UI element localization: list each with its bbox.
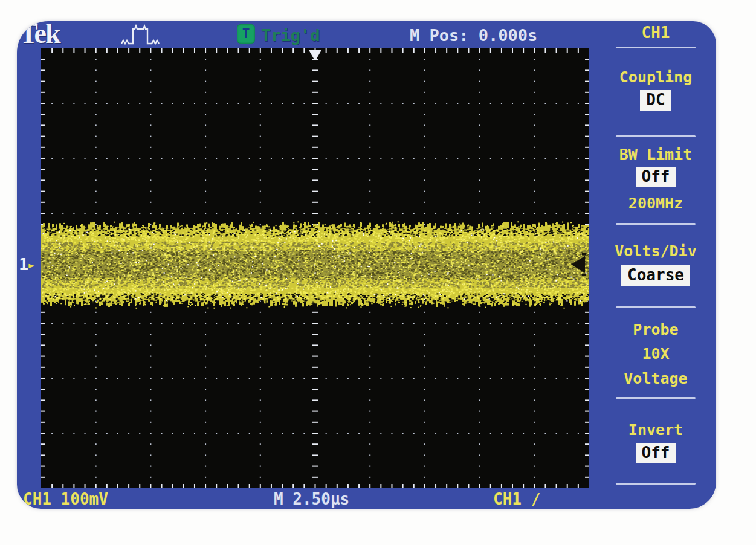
pulse-waveform-icon [120,24,175,51]
channel1-marker-arrow-icon: ► [28,259,35,271]
menu-divider [616,397,696,399]
channel1-position-marker: 1► [19,256,35,272]
trigger-readout: CH1 ∕ 0.00V [493,490,595,509]
menu-title-ch1: CH1 [595,24,716,42]
coupling-value-button[interactable]: DC [640,90,671,111]
menu-label-probe: Probe [595,321,716,338]
timebase-readout: M 2.50µs [274,490,349,508]
invert-value-button[interactable]: Off [636,443,676,463]
menu-divider [616,47,696,48]
menu-divider [616,223,696,225]
menu-label-bw-limit: BW Limit [595,146,716,163]
probe-measure-type[interactable]: Voltage [595,370,716,387]
waveform-display [41,48,589,488]
channel1-marker-number: 1 [19,255,28,274]
menu-label-volts-div: Volts/Div [595,242,716,260]
trigger-slope-icon: ∕ [531,490,541,508]
horizontal-position-readout: M Pos: 0.000s [410,26,537,45]
status-bar: CH1 100mV M 2.50µs CH1 ∕ 0.00V [17,489,595,509]
soft-menu-panel: CH1 Coupling DC BW Limit Off 200MHz Volt… [595,21,716,509]
tek-logo: Tek [19,21,59,50]
trigger-source: CH1 [493,490,522,508]
menu-detail-bandwidth: 200MHz [595,195,716,212]
channel1-scale-readout: CH1 100mV [23,490,108,508]
volts-div-value-button[interactable]: Coarse [621,265,690,286]
menu-divider [616,483,696,485]
trigger-status: Trig'd [261,26,320,45]
trigger-icon: T [237,24,255,44]
oscilloscope-bezel: Tek T Trig'd M Pos: 0.000s 1► CH1 Coupli… [17,21,716,509]
trigger-level: 0.00V [493,508,540,509]
menu-divider [616,135,696,137]
bw-limit-value-button[interactable]: Off [636,167,676,187]
probe-attenuation-value[interactable]: 10X [595,345,716,363]
menu-label-coupling: Coupling [595,68,716,86]
screenshot-frame: Tek T Trig'd M Pos: 0.000s 1► CH1 Coupli… [0,0,756,545]
trigger-icon-letter: T [242,27,250,41]
menu-divider [616,306,696,308]
menu-label-invert: Invert [595,421,716,439]
